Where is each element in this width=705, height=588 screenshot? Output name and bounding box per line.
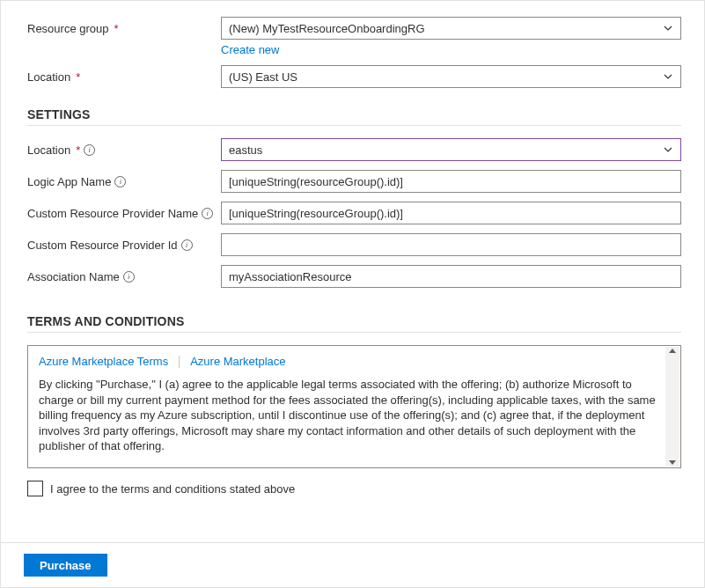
crp-id-label: Custom Resource Provider Id i (27, 233, 221, 252)
required-asterisk: * (76, 70, 80, 84)
resource-group-field: (New) MyTestResourceOnboardingRG Create … (221, 17, 681, 56)
info-icon[interactable]: i (202, 208, 213, 219)
row-location-basics: Location * (US) East US (27, 65, 681, 88)
terms-links: Azure Marketplace Terms Azure Marketplac… (39, 355, 670, 368)
assoc-name-label-text: Association Name (27, 270, 120, 283)
logic-app-name-label-text: Logic App Name (27, 175, 111, 188)
link-separator (179, 356, 180, 368)
info-icon[interactable]: i (181, 239, 193, 251)
agree-row: I agree to the terms and conditions stat… (27, 481, 681, 496)
terms-heading: TERMS AND CONDITIONS (27, 314, 681, 328)
settings-divider (27, 125, 681, 126)
assoc-name-input[interactable] (221, 265, 681, 288)
crp-name-input[interactable] (221, 202, 681, 224)
footer: Purchase (1, 542, 704, 587)
settings-location-value: eastus (229, 143, 262, 157)
terms-body-text: By clicking "Purchase," I (a) agree to t… (39, 377, 670, 454)
assoc-name-label: Association Name i (27, 265, 221, 283)
logic-app-name-input[interactable] (221, 170, 681, 193)
row-settings-location: Location * i eastus (27, 138, 681, 161)
row-assoc-name: Association Name i (27, 265, 681, 288)
agree-checkbox[interactable] (27, 481, 43, 496)
logic-app-name-label: Logic App Name i (27, 170, 221, 188)
row-crp-name: Custom Resource Provider Name i (27, 202, 681, 224)
azure-marketplace-link[interactable]: Azure Marketplace (190, 355, 285, 368)
resource-group-label-text: Resource group (27, 22, 109, 35)
terms-scrollbar[interactable] (665, 347, 679, 467)
settings-location-label: Location * i (27, 138, 221, 157)
resource-group-value: (New) MyTestResourceOnboardingRG (229, 22, 425, 35)
create-new-link[interactable]: Create new (221, 43, 279, 56)
info-icon[interactable]: i (84, 144, 95, 156)
scroll-down-icon[interactable] (669, 460, 676, 465)
crp-id-input[interactable] (221, 233, 681, 256)
settings-location-select[interactable]: eastus (221, 138, 681, 161)
resource-group-label: Resource group * (27, 17, 221, 35)
resource-group-select[interactable]: (New) MyTestResourceOnboardingRG (221, 17, 681, 40)
azure-marketplace-terms-link[interactable]: Azure Marketplace Terms (39, 355, 168, 368)
settings-location-label-text: Location (27, 143, 70, 157)
location-basics-value: (US) East US (229, 70, 297, 84)
crp-name-label-text: Custom Resource Provider Name (27, 207, 198, 220)
terms-divider (27, 332, 681, 333)
location-basics-label: Location * (27, 65, 221, 84)
scroll-up-icon[interactable] (669, 349, 676, 353)
chevron-down-icon (663, 23, 673, 33)
crp-name-label: Custom Resource Provider Name i (27, 202, 221, 220)
agree-label: I agree to the terms and conditions stat… (50, 482, 295, 496)
location-basics-label-text: Location (27, 70, 70, 84)
chevron-down-icon (663, 144, 673, 155)
info-icon[interactable]: i (123, 271, 135, 283)
crp-id-label-text: Custom Resource Provider Id (27, 239, 178, 252)
purchase-button[interactable]: Purchase (24, 554, 107, 577)
chevron-down-icon (663, 71, 673, 82)
row-logic-app-name: Logic App Name i (27, 170, 681, 193)
terms-box: Azure Marketplace Terms Azure Marketplac… (27, 345, 681, 468)
settings-heading: SETTINGS (27, 107, 681, 121)
info-icon[interactable]: i (114, 176, 126, 187)
required-asterisk: * (76, 143, 80, 157)
row-resource-group: Resource group * (New) MyTestResourceOnb… (27, 17, 681, 56)
row-crp-id: Custom Resource Provider Id i (27, 233, 681, 256)
deployment-panel: Resource group * (New) MyTestResourceOnb… (0, 0, 705, 588)
location-basics-select[interactable]: (US) East US (221, 65, 681, 88)
required-asterisk: * (114, 22, 119, 35)
